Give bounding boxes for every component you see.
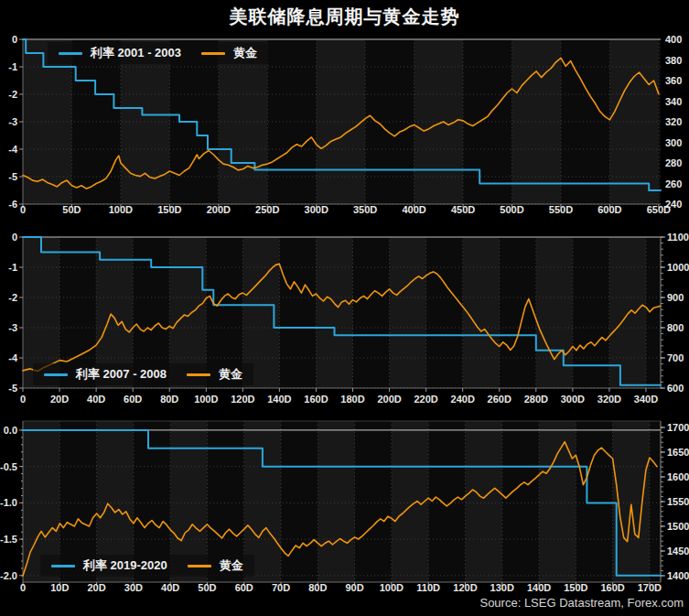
svg-text:80D: 80D [308,582,327,593]
svg-text:170D: 170D [638,582,662,593]
svg-text:60D: 60D [235,582,253,593]
chart3-rate-label: 利率 2019-2020 [83,557,167,574]
svg-text:300: 300 [665,137,682,148]
svg-text:70D: 70D [272,582,290,593]
svg-text:350D: 350D [353,204,377,215]
svg-text:-5: -5 [8,171,17,182]
svg-text:-1: -1 [8,61,17,72]
svg-text:0: 0 [12,232,17,243]
gold-line-swatch [187,373,210,376]
svg-text:240: 240 [665,199,682,210]
chart-panel: 0-1-2-3-4-5-6050D100D150D200D250D300D350… [0,0,689,616]
svg-text:300D: 300D [305,204,328,215]
svg-text:400: 400 [665,34,682,45]
chart2-gold-label: 黄金 [219,366,242,383]
svg-text:140D: 140D [267,394,291,405]
svg-text:120D: 120D [231,394,254,405]
svg-text:600D: 600D [597,204,621,215]
svg-text:160D: 160D [600,582,624,593]
svg-text:1000: 1000 [667,262,689,273]
svg-text:1500: 1500 [667,521,689,532]
svg-text:-4: -4 [8,144,18,155]
svg-text:1100: 1100 [667,232,689,243]
svg-text:450D: 450D [451,204,475,215]
svg-text:100D: 100D [380,582,404,593]
svg-text:260: 260 [665,178,682,189]
svg-text:200D: 200D [207,204,231,215]
svg-text:-1.5: -1.5 [0,534,17,545]
svg-text:360: 360 [665,75,682,86]
svg-text:180D: 180D [340,394,364,405]
svg-text:0: 0 [20,204,26,215]
svg-text:1600: 1600 [667,471,689,482]
svg-text:900: 900 [667,292,684,303]
chart1-rate-label: 利率 2001 - 2003 [91,45,181,61]
svg-text:800: 800 [667,322,684,333]
source-note: Source: LSEG Datastream, Forex.com [479,596,684,610]
svg-text:40D: 40D [87,394,105,405]
svg-text:-2: -2 [8,89,17,100]
chart2-legend-gold: 黄金 [187,366,242,383]
svg-text:-6: -6 [8,199,17,210]
svg-text:-5: -5 [8,383,17,394]
svg-text:100D: 100D [194,394,218,405]
svg-text:60D: 60D [124,394,142,405]
svg-text:150D: 150D [564,582,587,593]
svg-text:220D: 220D [414,394,437,405]
gold-line-swatch [201,52,225,55]
chart3-legend-rate: 利率 2019-2020 [51,557,167,574]
svg-text:280: 280 [665,157,682,168]
svg-text:-4: -4 [8,352,18,363]
rate-line-swatch [44,373,68,376]
svg-text:0.0: 0.0 [4,425,17,436]
chart1-legend: 利率 2001 - 2003 黄金 [48,42,268,64]
charts-canvas: 0-1-2-3-4-5-6050D100D150D200D250D300D350… [0,0,689,616]
chart2-legend: 利率 2007 - 2008 黄金 [33,363,253,385]
svg-text:320: 320 [665,116,682,127]
svg-text:10D: 10D [50,582,69,593]
svg-text:30D: 30D [124,582,143,593]
svg-text:1650: 1650 [667,447,689,458]
svg-text:550D: 550D [549,204,573,215]
svg-text:-3: -3 [8,322,17,333]
svg-text:150D: 150D [157,204,181,215]
svg-text:0: 0 [12,34,17,45]
svg-text:130D: 130D [490,582,514,593]
svg-text:140D: 140D [527,582,551,593]
svg-text:1400: 1400 [667,570,689,581]
svg-text:200D: 200D [377,394,401,405]
svg-text:120D: 120D [453,582,477,593]
chart2-legend-rate: 利率 2007 - 2008 [44,366,167,383]
svg-text:50D: 50D [62,204,81,215]
svg-text:20D: 20D [87,582,105,593]
svg-text:1450: 1450 [667,546,689,557]
svg-text:1550: 1550 [667,496,689,507]
svg-text:240D: 240D [451,394,475,405]
svg-text:20D: 20D [50,394,69,405]
svg-text:-3: -3 [8,116,17,127]
svg-text:0: 0 [20,582,26,593]
svg-text:-2: -2 [8,292,17,303]
chart1-legend-gold: 黄金 [201,45,257,61]
chart3-gold-label: 黄金 [220,557,243,574]
svg-text:500D: 500D [500,204,523,215]
svg-text:50D: 50D [198,582,216,593]
svg-text:340D: 340D [634,394,658,405]
svg-text:40D: 40D [161,582,179,593]
chart2-rate-label: 利率 2007 - 2008 [76,366,167,383]
svg-text:90D: 90D [346,582,364,593]
svg-text:-0.5: -0.5 [0,461,17,472]
svg-text:300D: 300D [561,394,585,405]
svg-text:80D: 80D [160,394,178,405]
svg-text:260D: 260D [488,394,511,405]
svg-text:0: 0 [20,394,26,405]
gold-line-swatch [188,565,211,567]
svg-text:-2.0: -2.0 [0,570,17,581]
svg-text:-1: -1 [8,262,17,273]
svg-text:250D: 250D [255,204,279,215]
svg-text:110D: 110D [416,582,440,593]
svg-text:600: 600 [667,383,684,394]
chart3-legend: 利率 2019-2020 黄金 [40,555,254,577]
svg-text:700: 700 [667,352,684,363]
svg-text:160D: 160D [304,394,328,405]
